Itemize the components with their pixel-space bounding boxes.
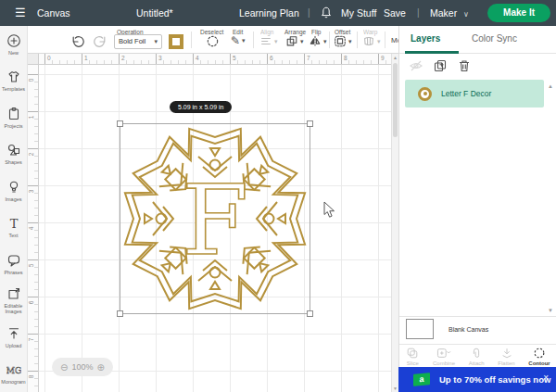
layer-name: Letter F Decor	[441, 89, 491, 98]
machine-selector[interactable]: Maker ∨	[430, 7, 469, 19]
dropdown-arrow-icon: ▾	[300, 38, 304, 45]
upload-icon	[6, 326, 21, 341]
contour-button[interactable]: Contour	[528, 347, 550, 366]
combine-icon	[436, 347, 452, 360]
warp-button[interactable]: ▾	[362, 34, 381, 48]
layers-panel: Layers Color Sync Letter F Decor ▲ ▼ Bla…	[398, 26, 556, 392]
deselect-icon	[206, 34, 220, 48]
vertical-ruler: 012345678	[28, 65, 39, 392]
svg-text:T: T	[9, 217, 18, 231]
sidebar-item-templates[interactable]: Templates	[0, 63, 27, 100]
ruler-number: 2	[121, 55, 125, 61]
sidebar-item-editable-images[interactable]: Editable Images	[0, 283, 27, 320]
duplicate-layer-button[interactable]	[433, 58, 448, 77]
canvas-vertical-scrollbar[interactable]: ▲ ▼	[391, 54, 398, 392]
shapes-icon	[6, 143, 21, 158]
layer-thumbnail-icon	[418, 87, 432, 101]
ruler-number: 7	[307, 55, 310, 61]
horizontal-ruler: 0123456789	[39, 54, 391, 65]
my-stuff-link[interactable]: My Stuff	[341, 7, 376, 19]
clipboard-icon	[6, 107, 21, 121]
close-icon[interactable]: ×	[543, 373, 549, 383]
zoom-out-button[interactable]: ⊖	[60, 362, 68, 373]
sidebar-item-text[interactable]: T Text	[0, 209, 27, 247]
deselect-button[interactable]	[206, 34, 220, 48]
scrollbar-thumb[interactable]	[393, 63, 398, 137]
tab-layers[interactable]: Layers	[411, 33, 440, 44]
ruler-number: 7	[28, 338, 34, 342]
flip-icon	[309, 34, 322, 48]
make-it-button[interactable]: Make It	[487, 4, 550, 22]
hamburger-menu-icon[interactable]: ☰	[15, 6, 26, 19]
mouse-cursor	[323, 201, 335, 219]
ruler-corner	[28, 54, 39, 65]
toolbar-divider	[253, 32, 254, 48]
plus-circle-icon	[6, 33, 21, 48]
cricut-design-space-window: ☰ Canvas Untitled* Learning Plan | My St…	[0, 0, 556, 392]
blank-canvas-row[interactable]: Blank Canvas	[406, 319, 488, 339]
layer-row-letter-f-decor[interactable]: Letter F Decor	[405, 80, 544, 107]
undo-button[interactable]	[70, 34, 85, 49]
panel-divider	[399, 344, 556, 345]
operation-dropdown[interactable]: Bold Foil▾	[114, 34, 162, 49]
ruler-number: 6	[270, 55, 273, 61]
ruler-number: 6	[28, 301, 34, 305]
layer-tools-row: Slice Combine Attach Flatten Contour	[399, 346, 556, 367]
zoom-in-button[interactable]: ⊕	[97, 362, 105, 373]
redo-button[interactable]	[93, 34, 107, 49]
tab-color-sync[interactable]: Color Sync	[472, 33, 517, 44]
promo-text: Up to 70% off savings now	[439, 374, 550, 385]
left-toolbar: New Templates Projects Shapes Images T T…	[0, 26, 28, 392]
notifications-bell-icon[interactable]	[321, 6, 332, 23]
blank-canvas-swatch[interactable]	[406, 319, 434, 339]
sidebar-item-new[interactable]: New	[0, 26, 27, 63]
learning-plan-link[interactable]: Learning Plan	[239, 7, 299, 19]
scroll-up-icon[interactable]: ▲	[393, 55, 398, 60]
dropdown-arrow-icon: ▾	[323, 38, 327, 45]
delete-layer-button[interactable]	[457, 58, 472, 77]
ruler-number: 8	[344, 55, 348, 61]
align-button[interactable]: ▾	[259, 34, 278, 48]
sidebar-item-shapes[interactable]: Shapes	[0, 136, 27, 173]
monogram-icon: MG	[6, 362, 21, 377]
sidebar-item-projects[interactable]: Projects	[0, 99, 27, 136]
dropdown-arrow-icon: ▾	[348, 38, 352, 45]
ruler-number: 5	[233, 55, 236, 61]
blank-canvas-label: Blank Canvas	[449, 326, 488, 333]
canvas-page-label: Canvas	[37, 7, 70, 19]
ruler-number: 4	[28, 227, 34, 231]
attach-button[interactable]: Attach	[469, 347, 485, 366]
trash-icon	[457, 58, 472, 73]
arrange-icon	[285, 34, 298, 48]
dropdown-arrow-icon: ▾	[154, 35, 158, 48]
sidebar-item-phrases[interactable]: Phrases	[0, 246, 27, 283]
contour-icon	[533, 347, 546, 360]
editable-image-icon	[6, 286, 21, 301]
chevron-down-icon: ∨	[463, 10, 469, 19]
flatten-button[interactable]: Flatten	[498, 347, 514, 366]
layers-scroll-down-icon[interactable]: ▼	[548, 308, 553, 313]
flip-button[interactable]: ▾	[309, 34, 327, 48]
dropdown-arrow-icon: ▾	[377, 38, 381, 45]
save-link[interactable]: Save	[384, 7, 406, 19]
letter-f-monogram-design[interactable]: F	[120, 123, 310, 314]
sidebar-item-images[interactable]: Images	[0, 172, 27, 209]
size-tooltip: 5.09 in x 5.09 in	[170, 101, 232, 113]
offset-icon	[334, 34, 347, 48]
promo-banner[interactable]: a Up to 70% off savings now ×	[398, 367, 556, 392]
project-title[interactable]: Untitled*	[136, 7, 173, 19]
edit-button[interactable]: ✎ ▾	[231, 34, 246, 47]
slice-button[interactable]: Slice	[406, 347, 419, 366]
monogram-dot	[157, 214, 167, 224]
operation-color-swatch[interactable]	[169, 34, 183, 49]
offset-button[interactable]: ▾	[334, 34, 352, 48]
sidebar-item-monogram[interactable]: MG Monogram	[0, 356, 27, 392]
arrange-button[interactable]: ▾	[285, 34, 304, 48]
sidebar-item-upload[interactable]: Upload	[0, 319, 27, 356]
combine-button[interactable]: Combine	[433, 347, 455, 366]
scroll-down-icon[interactable]: ▼	[393, 386, 398, 391]
layers-scroll-up-icon[interactable]: ▲	[548, 83, 553, 89]
pencil-icon: ✎	[231, 34, 240, 47]
layer-actions-row	[399, 54, 556, 80]
hide-layer-button[interactable]	[409, 58, 423, 77]
